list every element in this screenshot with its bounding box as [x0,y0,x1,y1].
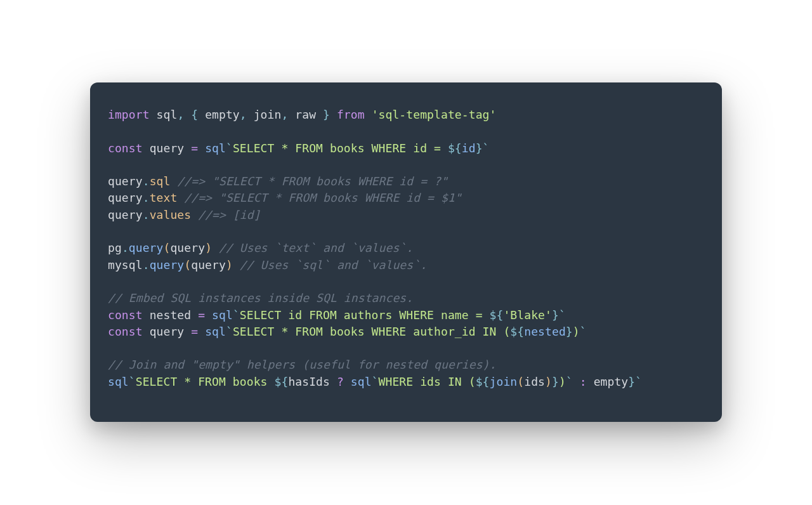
comment: // Join and "empty" helpers (useful for … [108,358,496,371]
tag-sql: sql [351,375,372,388]
paren-open: ( [164,241,171,254]
ident-nested: nested [150,308,192,322]
prop-sql: sql [150,174,171,188]
interp-close: } [566,325,573,338]
code-card: import sql, { empty, join, raw } from 's… [90,82,722,422]
backtick: ` [372,375,379,388]
paren-close: ) [545,375,552,388]
ident-join: join [254,108,282,121]
code-block: import sql, { empty, join, raw } from 's… [108,107,704,390]
comment: // Uses `text` and `values`. [219,241,413,254]
paren-open: ( [184,258,191,272]
template-text: SELECT * FROM books WHERE id = [233,141,448,155]
backtick: ` [233,308,240,322]
op-eq: = [198,308,205,322]
comment: //=> "SELECT * FROM books WHERE id = $1" [184,191,461,204]
backtick: ` [226,325,233,338]
op-eq: = [191,325,198,338]
ident-query: query [108,174,143,188]
kw-const: const [108,141,143,155]
backtick: ` [580,325,587,338]
backtick: ` [483,141,490,155]
dot: . [122,241,129,254]
ident-query: query [150,141,185,155]
comma: , [281,108,295,121]
ident-sql: sql [157,108,178,121]
ident-nested: nested [524,325,566,338]
interp-open: ${ [448,141,462,155]
template-text: SELECT * FROM books WHERE author_id IN ( [233,325,510,338]
comma: , [240,108,254,121]
ident-empty: empty [205,108,240,121]
backtick: ` [566,375,573,388]
ident-id: id [462,141,476,155]
kw-import: import [108,108,150,121]
backtick: ` [129,375,136,388]
ident-hasids: hasIds [288,375,330,388]
template-text: WHERE ids IN ( [379,375,476,388]
ident-query: query [108,191,143,204]
ident-query: query [108,208,143,221]
interp-open: ${ [275,375,289,388]
string-module: sql-template-tag [379,108,490,121]
prop-values: values [150,208,192,221]
tag-sql: sql [212,308,233,322]
interp-close: } [552,308,559,322]
template-text: SELECT * FROM books [136,375,275,388]
ternary-colon: : [580,375,587,388]
tag-sql: sql [205,325,226,338]
comment: //=> "SELECT * FROM books WHERE id = ?" [177,174,448,188]
arg-query: query [191,258,226,272]
comment: //=> [id] [198,208,260,221]
ident-ids: ids [524,375,545,388]
template-text: ) [559,375,566,388]
interp-close: } [628,375,635,388]
paren-close: ) [205,241,212,254]
kw-const: const [108,308,143,322]
arg-query: query [170,241,205,254]
backtick: ` [226,141,233,155]
template-text: ) [573,325,580,338]
interp-close: } [476,141,483,155]
comment: // Embed SQL instances inside SQL instan… [108,291,413,305]
ident-query: query [150,325,185,338]
backtick: ` [635,375,642,388]
dot: . [143,208,150,221]
kw-from: from [337,108,365,121]
tag-sql: sql [108,375,129,388]
interp-open: ${ [490,308,504,322]
backtick: ` [559,308,566,322]
ident-empty: empty [594,375,629,388]
dot: . [143,174,150,188]
kw-const: const [108,325,143,338]
dot: . [143,258,150,272]
template-text: SELECT id FROM authors WHERE name = [240,308,490,322]
op-eq: = [191,141,198,155]
dot: . [143,191,150,204]
fn-join: join [490,375,518,388]
ternary-q: ? [337,375,344,388]
string-literal: 'Blake' [503,308,552,322]
brace-close: } [316,108,330,121]
tag-sql: sql [205,141,226,155]
prop-text: text [150,191,178,204]
ident-mysql: mysql [108,258,143,272]
interp-close: } [552,375,559,388]
paren-close: ) [226,258,233,272]
quote: ' [372,108,379,121]
quote: ' [490,108,497,121]
comma: , [177,108,191,121]
ident-pg: pg [108,241,122,254]
ident-raw: raw [295,108,316,121]
comment: // Uses `sql` and `values`. [240,258,427,272]
interp-open: ${ [510,325,524,338]
method-query: query [150,258,185,272]
brace-open: { [191,108,205,121]
method-query: query [129,241,164,254]
paren-open: ( [517,375,524,388]
interp-open: ${ [476,375,490,388]
